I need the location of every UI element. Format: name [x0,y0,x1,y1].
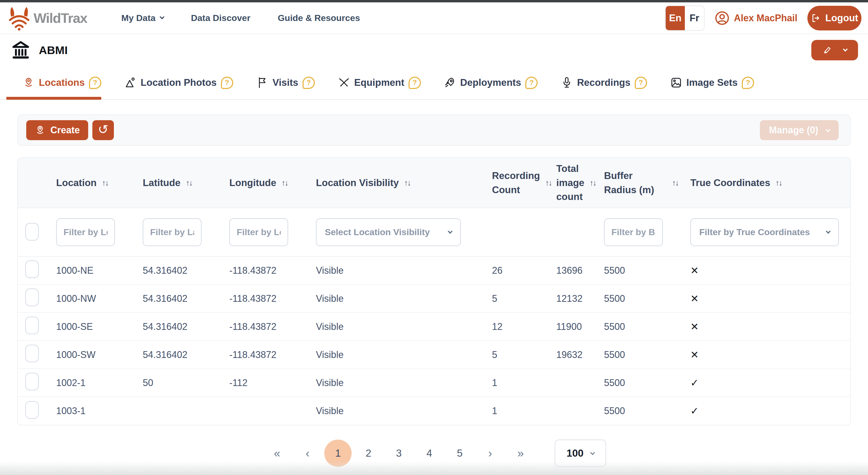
filter-buffer-input[interactable] [604,218,663,246]
tab-equipment[interactable]: Equipment ? [338,77,421,89]
table-row: 1000-SE 54.316402 -118.43872 Visible 12 … [18,313,850,340]
sort-icon[interactable]: ↑↓ [545,177,552,189]
row-checkbox[interactable] [25,289,39,306]
column-header-longitude: Longitude↑↓ [217,158,304,208]
tab-locations[interactable]: Locations ? [23,77,101,89]
tab-recordings[interactable]: Recordings ? [561,77,647,89]
pagination-page-3[interactable]: 3 [383,440,414,467]
user-menu[interactable]: Alex MacPhail [714,10,798,26]
nav-item-guide-resources[interactable]: Guide & Resources [278,13,360,23]
sort-icon[interactable]: ↑↓ [282,177,288,189]
pencil-icon [823,46,832,55]
pagination-last-button[interactable]: » [505,440,536,467]
chevron-down-icon [826,127,830,132]
help-icon[interactable]: ? [525,77,538,89]
tab-bar: Locations ? Location Photos ? Visits ? [0,66,868,100]
organization-name: ABMI [39,44,68,57]
help-icon[interactable]: ? [635,77,647,89]
column-label: Location Visibility [316,176,399,190]
tools-icon [338,77,350,89]
column-header-buffer-radius: Buffer Radius (m)↑↓ [592,158,678,208]
help-icon[interactable]: ? [742,77,754,89]
sort-icon[interactable]: ↑↓ [672,177,678,189]
filter-buffer-cell [592,208,678,257]
pagination-prev-button[interactable]: ‹ [292,440,323,467]
row-checkbox[interactable] [25,345,39,362]
language-en-button[interactable]: En [666,6,685,30]
edit-organization-button[interactable] [811,40,858,60]
refresh-icon: ↺ [98,122,108,137]
help-icon[interactable]: ? [221,77,233,89]
cell-true-coordinates: ✕ [678,340,850,369]
filter-true-coordinates-select[interactable]: Filter by True Coordinates [690,218,839,246]
photo-pin-icon [124,77,136,89]
flag-icon [256,77,269,89]
pagination-page-5[interactable]: 5 [444,440,475,467]
table-header-row: Location↑↓ Latitude↑↓ Longitude↑↓ Locati… [18,158,850,208]
language-toggle: En Fr [665,5,705,31]
tab-label: Deployments [460,77,521,88]
table-filter-row: Select Location Visibility Filter by Tru… [18,208,850,257]
pagination-page-2[interactable]: 2 [353,440,383,467]
tab-location-photos[interactable]: Location Photos ? [124,77,233,89]
column-header-recording-count: Recording Count↑↓ [480,158,544,208]
help-icon[interactable]: ? [89,77,101,89]
page-size-select[interactable]: 100 [555,440,606,467]
row-checkbox[interactable] [25,317,39,334]
nav-item-data-discover[interactable]: Data Discover [191,13,251,23]
row-checkbox[interactable] [25,401,39,419]
filter-location-input[interactable] [56,218,115,246]
cell-recording-count: 5 [480,285,544,313]
header-select-cell [18,158,44,208]
cell-latitude: 50 [131,369,217,397]
sort-icon[interactable]: ↑↓ [590,177,596,189]
create-location-button[interactable]: Create [26,120,88,140]
column-label: Latitude [143,176,181,190]
help-icon[interactable]: ? [303,77,315,89]
cell-visibility: Visible [304,257,480,285]
manage-dropdown-button[interactable]: Manage (0) [760,120,839,140]
sort-icon[interactable]: ↑↓ [404,177,410,189]
create-label: Create [51,125,80,136]
filter-visibility-select[interactable]: Select Location Visibility [316,218,461,246]
pagination-next-button[interactable]: › [475,440,505,467]
cell-longitude: -118.43872 [217,340,304,369]
cell-recording-count: 1 [480,397,544,425]
sort-icon[interactable]: ↑↓ [102,177,108,189]
wildtrax-logo[interactable]: WildTrax [7,6,87,30]
cell-latitude: 54.316402 [131,257,217,285]
select-placeholder: Filter by True Coordinates [699,227,810,237]
cell-latitude: 54.316402 [131,313,217,340]
tab-visits[interactable]: Visits ? [256,77,315,89]
cell-recording-count: 5 [480,340,544,369]
sort-icon[interactable]: ↑↓ [186,177,192,189]
cell-latitude [131,397,217,425]
help-icon[interactable]: ? [408,77,421,89]
row-checkbox[interactable] [25,373,39,390]
language-fr-button[interactable]: Fr [685,6,704,30]
column-label: True Coordinates [690,176,770,190]
cell-buffer-radius: 5500 [592,313,678,340]
logout-button[interactable]: Logout [807,6,862,30]
sort-icon[interactable]: ↑↓ [775,177,782,189]
filter-longitude-input[interactable] [229,218,288,246]
brand-name: WildTrax [34,10,87,26]
cell-recording-count: 26 [480,257,544,285]
refresh-button[interactable]: ↺ [92,120,114,140]
chevron-down-icon [826,229,831,234]
pagination-page-1[interactable]: 1 [324,440,351,467]
cell-location: 1003-1 [44,397,131,425]
pagination-page-4[interactable]: 4 [414,440,444,467]
tab-image-sets[interactable]: Image Sets ? [670,77,754,89]
chevron-down-icon [590,450,595,455]
tab-deployments[interactable]: Deployments ? [444,77,538,89]
row-checkbox[interactable] [25,260,39,278]
cell-longitude: -118.43872 [217,313,304,340]
nav-item-my-data[interactable]: My Data [121,13,163,23]
table-row: 1000-SW 54.316402 -118.43872 Visible 5 1… [18,340,850,369]
pagination-first-button[interactable]: « [262,440,292,467]
filter-latitude-input[interactable] [143,218,202,246]
select-all-checkbox[interactable] [25,223,39,241]
nav-item-label: My Data [121,13,155,23]
cell-true-coordinates: ✕ [678,285,850,313]
